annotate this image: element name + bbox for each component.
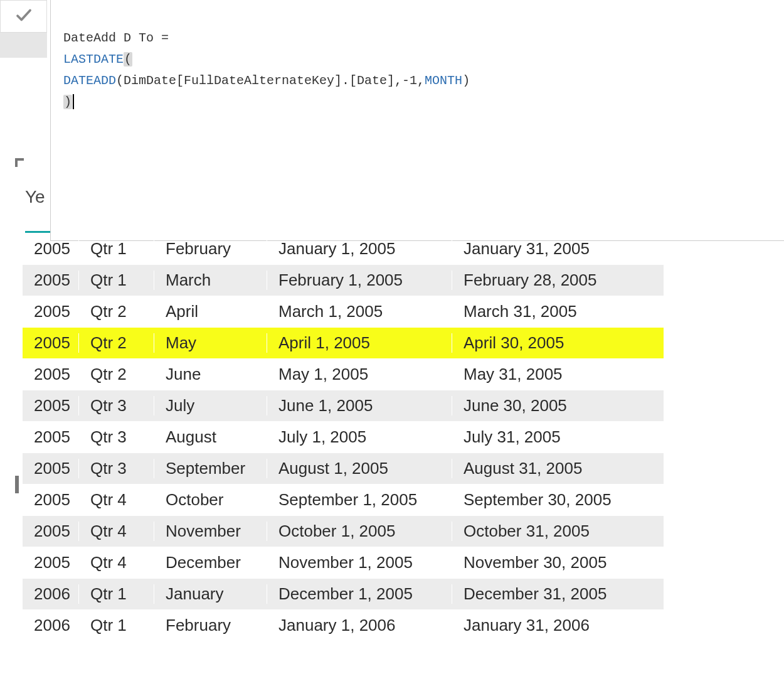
column-header-underline xyxy=(25,231,50,233)
formula-args: (DimDate[FullDateAlternateKey].[Date],-1… xyxy=(116,73,425,88)
cell-quarter: Qtr 1 xyxy=(79,271,154,290)
cell-date-from: February 1, 2005 xyxy=(267,271,452,290)
cell-date-to: April 30, 2005 xyxy=(452,333,664,353)
formula-line-1: DateAdd D To = xyxy=(63,31,169,45)
table-row[interactable]: 2006Qtr 1FebruaryJanuary 1, 2006January … xyxy=(23,610,664,641)
cell-quarter: Qtr 2 xyxy=(79,302,154,321)
cell-month: December xyxy=(154,553,267,572)
cell-date-from: April 1, 2005 xyxy=(267,333,452,353)
cell-month: February xyxy=(154,239,267,259)
cell-date-from: January 1, 2006 xyxy=(267,616,452,635)
table-row[interactable]: 2005Qtr 4OctoberSeptember 1, 2005Septemb… xyxy=(23,485,664,516)
cell-year: 2005 xyxy=(23,459,79,478)
cell-date-to: January 31, 2005 xyxy=(452,239,664,259)
cell-date-to: August 31, 2005 xyxy=(452,459,664,478)
cell-quarter: Qtr 1 xyxy=(79,584,154,604)
cell-date-to: July 31, 2005 xyxy=(452,427,664,447)
cell-year: 2005 xyxy=(23,365,79,384)
cell-date-from: November 1, 2005 xyxy=(267,553,452,572)
table-row[interactable]: 2005Qtr 4NovemberOctober 1, 2005October … xyxy=(23,516,664,547)
cell-month: July xyxy=(154,396,267,415)
cell-date-from: March 1, 2005 xyxy=(267,302,452,321)
cell-date-from: September 1, 2005 xyxy=(267,490,452,510)
data-table[interactable]: 2005Qtr 1FebruaryJanuary 1, 2005January … xyxy=(23,233,664,641)
cell-year: 2005 xyxy=(23,239,79,259)
cell-date-to: September 30, 2005 xyxy=(452,490,664,510)
cell-quarter: Qtr 3 xyxy=(79,396,154,415)
cell-month: June xyxy=(154,365,267,384)
cell-month: April xyxy=(154,302,267,321)
cell-year: 2005 xyxy=(23,522,79,541)
cell-month: September xyxy=(154,459,267,478)
cell-date-from: January 1, 2005 xyxy=(267,239,452,259)
cell-quarter: Qtr 3 xyxy=(79,459,154,478)
cell-quarter: Qtr 3 xyxy=(79,427,154,447)
cell-year: 2005 xyxy=(23,396,79,415)
cell-year: 2005 xyxy=(23,427,79,447)
cell-year: 2006 xyxy=(23,616,79,635)
cell-date-from: July 1, 2005 xyxy=(267,427,452,447)
formula-fn-dateadd: DATEADD xyxy=(63,73,116,88)
visual-resize-handle-icon[interactable] xyxy=(15,476,19,493)
table-row[interactable]: 2005Qtr 3SeptemberAugust 1, 2005August 3… xyxy=(23,453,664,485)
cell-quarter: Qtr 4 xyxy=(79,522,154,541)
cell-date-to: May 31, 2005 xyxy=(452,365,664,384)
formula-close-paren: ) xyxy=(63,95,72,109)
cell-date-to: November 30, 2005 xyxy=(452,553,664,572)
cell-date-to: January 31, 2006 xyxy=(452,616,664,635)
formula-open-paren: ( xyxy=(124,52,132,67)
cell-date-to: February 28, 2005 xyxy=(452,271,664,290)
table-row[interactable]: 2005Qtr 2JuneMay 1, 2005May 31, 2005 xyxy=(23,359,664,390)
cell-month: May xyxy=(154,333,267,353)
table-row[interactable]: 2005Qtr 2MayApril 1, 2005April 30, 2005 xyxy=(23,328,664,359)
cell-quarter: Qtr 4 xyxy=(79,553,154,572)
cell-year: 2005 xyxy=(23,553,79,572)
cell-year: 2006 xyxy=(23,584,79,604)
formula-args-close: ) xyxy=(462,73,470,88)
cell-date-from: December 1, 2005 xyxy=(267,584,452,604)
cell-quarter: Qtr 2 xyxy=(79,333,154,353)
commit-formula-button[interactable] xyxy=(0,0,47,33)
cell-quarter: Qtr 1 xyxy=(79,239,154,259)
cell-date-from: August 1, 2005 xyxy=(267,459,452,478)
formula-gutter xyxy=(0,33,47,58)
cell-month: March xyxy=(154,271,267,290)
cell-date-to: December 31, 2005 xyxy=(452,584,664,604)
cell-month: February xyxy=(154,616,267,635)
cell-quarter: Qtr 2 xyxy=(79,365,154,384)
cell-year: 2005 xyxy=(23,490,79,510)
cell-date-to: October 31, 2005 xyxy=(452,522,664,541)
cell-quarter: Qtr 4 xyxy=(79,490,154,510)
cell-date-from: October 1, 2005 xyxy=(267,522,452,541)
cell-date-from: May 1, 2005 xyxy=(267,365,452,384)
formula-code[interactable]: DateAdd D To = LASTDATE( DATEADD(DimDate… xyxy=(63,6,771,113)
table-row[interactable]: 2005Qtr 2AprilMarch 1, 2005March 31, 200… xyxy=(23,296,664,328)
visual-resize-corner-icon[interactable] xyxy=(15,158,24,167)
cell-quarter: Qtr 1 xyxy=(79,616,154,635)
table-row[interactable]: 2005Qtr 3JulyJune 1, 2005June 30, 2005 xyxy=(23,390,664,422)
cell-month: August xyxy=(154,427,267,447)
table-row[interactable]: 2006Qtr 1JanuaryDecember 1, 2005December… xyxy=(23,579,664,610)
table-row[interactable]: 2005Qtr 4DecemberNovember 1, 2005Novembe… xyxy=(23,547,664,579)
formula-fn-lastdate: LASTDATE xyxy=(63,52,124,67)
cell-year: 2005 xyxy=(23,302,79,321)
cell-month: January xyxy=(154,584,267,604)
table-row[interactable]: 2005Qtr 1FebruaryJanuary 1, 2005January … xyxy=(23,233,664,265)
column-header-year-partial[interactable]: Ye xyxy=(25,187,50,207)
cell-year: 2005 xyxy=(23,271,79,290)
table-row[interactable]: 2005Qtr 1MarchFebruary 1, 2005February 2… xyxy=(23,265,664,296)
cell-month: November xyxy=(154,522,267,541)
check-icon xyxy=(14,6,33,27)
cell-date-to: June 30, 2005 xyxy=(452,396,664,415)
cell-month: October xyxy=(154,490,267,510)
cell-date-to: March 31, 2005 xyxy=(452,302,664,321)
cell-year: 2005 xyxy=(23,333,79,353)
formula-fn-month: MONTH xyxy=(425,73,462,88)
table-row[interactable]: 2005Qtr 3AugustJuly 1, 2005July 31, 2005 xyxy=(23,422,664,453)
text-cursor xyxy=(73,94,74,109)
cell-date-from: June 1, 2005 xyxy=(267,396,452,415)
formula-editor[interactable]: DateAdd D To = LASTDATE( DATEADD(DimDate… xyxy=(50,0,784,241)
